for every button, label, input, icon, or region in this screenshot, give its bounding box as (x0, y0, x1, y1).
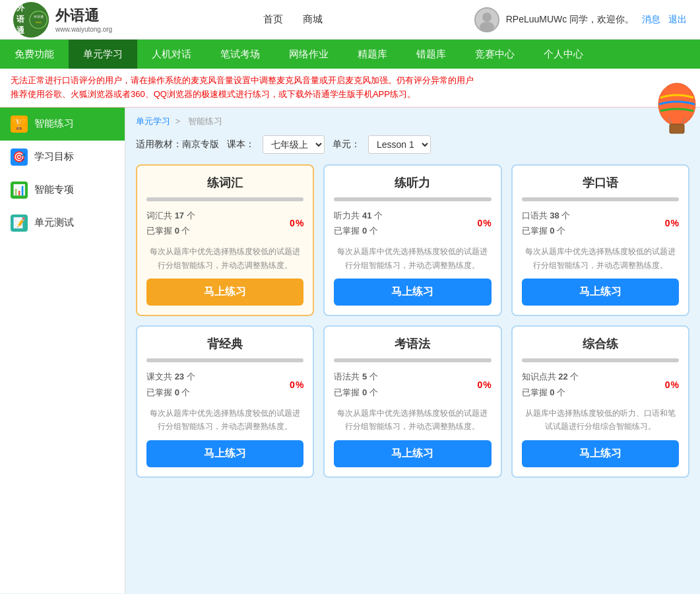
nav-written-exam[interactable]: 笔试考场 (206, 40, 274, 69)
nav-shop[interactable]: 商城 (303, 13, 323, 26)
card-speaking: 学口语 口语共 38 个 已掌握 0 个 0% 每次从题库中优先选择熟练度较低的… (511, 164, 689, 317)
card-comprehensive-title: 综合练 (522, 336, 679, 352)
target-icon: 🎯 (11, 148, 28, 166)
card-classic-stats-left: 课文共 23 个 已掌握 0 个 (146, 369, 195, 400)
nav-online-homework[interactable]: 网络作业 (274, 40, 343, 69)
sidebar-item-study-goals[interactable]: 🎯 学习目标 (0, 141, 125, 174)
card-vocab-btn[interactable]: 马上练习 (146, 279, 303, 306)
card-comprehensive-progress (522, 358, 679, 362)
filter-textbook-label: 适用教材：南京专版 (136, 139, 219, 150)
card-listening-percent: 0% (477, 218, 491, 228)
card-speaking-percent: 0% (665, 218, 679, 228)
card-classic: 背经典 课文共 23 个 已掌握 0 个 0% 每次从题库中优先选择熟练度较低的… (136, 325, 314, 478)
svg-point-5 (482, 13, 492, 22)
card-classic-stats: 课文共 23 个 已掌握 0 个 0% (146, 369, 303, 400)
card-speaking-stats-left: 口语共 38 个 已掌握 0 个 (522, 208, 571, 239)
logout-link[interactable]: 退出 (668, 14, 687, 24)
card-vocab-percent: 0% (290, 218, 303, 228)
sidebar-label-study-goals: 学习目标 (34, 150, 74, 163)
chart-icon: 📊 (11, 182, 28, 199)
logo-sub-text: www.waiyutong.org (55, 26, 112, 33)
card-vocab-stats: 词汇共 17 个 已掌握 0 个 0% (146, 208, 303, 239)
nav-competition[interactable]: 竞赛中心 (461, 40, 529, 69)
cards-grid: 练词汇 词汇共 17 个 已掌握 0 个 0% 每次从题库中优先选择熟练度较低的… (136, 164, 689, 478)
top-bar: 外语通 www 外语通 www.waiyutong.org 首页 商城 RPeL… (0, 0, 700, 40)
user-info: RPeLuuMUWc 同学，欢迎你。 消息 退出 (506, 14, 687, 26)
card-grammar-progress (334, 358, 491, 362)
nav-unit-study[interactable]: 单元学习 (69, 40, 137, 69)
sidebar-label-smart-special: 智能专项 (34, 183, 74, 196)
unit-select[interactable]: Lesson 1 Lesson 2 Lesson 3 Lesson 4 Less… (368, 135, 431, 154)
card-comprehensive-stats: 知识点共 22 个 已掌握 0 个 0% (522, 369, 679, 400)
card-classic-desc: 每次从题库中优先选择熟练度较低的试题进行分组智能练习，并动态调整熟练度。 (146, 407, 303, 434)
card-grammar-btn[interactable]: 马上练习 (334, 440, 491, 467)
card-comprehensive-percent: 0% (665, 380, 679, 390)
card-classic-percent: 0% (290, 380, 303, 390)
card-vocab-progress (146, 197, 303, 201)
card-speaking-title: 学口语 (522, 175, 679, 191)
user-area: RPeLuuMUWc 同学，欢迎你。 消息 退出 (474, 7, 687, 32)
top-navigation: 首页 商城 (263, 13, 323, 26)
logo-icon: 外语通 www (13, 2, 49, 38)
card-grammar-stats-left: 语法共 5 个 已掌握 0 个 (334, 369, 377, 400)
card-grammar: 考语法 语法共 5 个 已掌握 0 个 0% 每次从题库中优先选择熟练度较低的试… (323, 325, 501, 478)
sidebar-label-unit-test: 单元测试 (34, 216, 74, 229)
trophy-icon: 🏆 (11, 116, 28, 133)
sidebar-item-smart-practice[interactable]: 🏆 智能练习 (0, 108, 125, 141)
card-listening: 练听力 听力共 41 个 已掌握 0 个 0% 每次从题库中优先选择熟练度较低的… (323, 164, 501, 317)
logo-main-text: 外语通 (55, 6, 112, 26)
user-greeting: RPeLuuMUWc 同学，欢迎你。 (506, 14, 634, 24)
filter-bar: 适用教材：南京专版 课本： 七年级上 七年级下 八年级上 八年级下 九年级 单元… (136, 135, 689, 154)
nav-human-dialog[interactable]: 人机对话 (137, 40, 206, 69)
card-comprehensive-btn[interactable]: 马上练习 (522, 440, 679, 467)
main-navigation: 免费功能 单元学习 人机对话 笔试考场 网络作业 精题库 错题库 竞赛中心 个人… (0, 40, 700, 69)
content-wrapper: 🏆 智能练习 🎯 学习目标 📊 智能专项 📝 单元测试 单元学习 > 智能练习 … (0, 108, 700, 593)
sidebar-label-smart-practice: 智能练习 (34, 117, 74, 130)
card-vocab: 练词汇 词汇共 17 个 已掌握 0 个 0% 每次从题库中优先选择熟练度较低的… (136, 164, 314, 317)
breadcrumb-current: 智能练习 (188, 116, 222, 126)
svg-point-0 (28, 9, 49, 30)
sidebar-item-smart-special[interactable]: 📊 智能专项 (0, 174, 125, 207)
card-comprehensive: 综合练 知识点共 22 个 已掌握 0 个 0% 从题库中选择熟练度较低的听力、… (511, 325, 689, 478)
card-listening-desc: 每次从题库中优先选择熟练度较低的试题进行分组智能练习，并动态调整熟练度。 (334, 245, 491, 272)
nav-error-bank[interactable]: 错题库 (402, 40, 461, 69)
svg-text:www: www (35, 20, 42, 23)
card-listening-stats: 听力共 41 个 已掌握 0 个 0% (334, 208, 491, 239)
card-classic-btn[interactable]: 马上练习 (146, 440, 303, 467)
svg-text:外语通: 外语通 (33, 14, 43, 18)
card-listening-stats-left: 听力共 41 个 已掌握 0 个 (334, 208, 383, 239)
card-grammar-desc: 每次从题库中优先选择熟练度较低的试题进行分组智能练习，并动态调整熟练度。 (334, 407, 491, 434)
alert-bar: 无法正常进行口语评分的用户，请在操作系统的麦克风音量设置中调整麦克风音量或开启麦… (0, 69, 700, 108)
book-icon: 📝 (11, 214, 28, 232)
card-grammar-title: 考语法 (334, 336, 491, 352)
card-classic-title: 背经典 (146, 336, 303, 352)
sidebar-item-unit-test[interactable]: 📝 单元测试 (0, 207, 125, 240)
nav-free-features[interactable]: 免费功能 (0, 40, 69, 69)
nav-home[interactable]: 首页 (263, 13, 283, 26)
logo-text: 外语通 www.waiyutong.org (55, 6, 112, 33)
main-content: 单元学习 > 智能练习 适用教材：南京专版 课本： 七年级上 七年级下 八年级上… (125, 108, 700, 593)
card-vocab-desc: 每次从题库中优先选择熟练度较低的试题进行分组智能练习，并动态调整熟练度。 (146, 245, 303, 272)
card-vocab-stats-left: 词汇共 17 个 已掌握 0 个 (146, 208, 195, 239)
card-listening-title: 练听力 (334, 175, 491, 191)
card-speaking-progress (522, 197, 679, 201)
breadcrumb-parent[interactable]: 单元学习 (136, 116, 170, 126)
breadcrumb-separator: > (175, 116, 183, 126)
card-speaking-btn[interactable]: 马上练习 (522, 279, 679, 306)
card-grammar-stats: 语法共 5 个 已掌握 0 个 0% (334, 369, 491, 400)
message-link[interactable]: 消息 (642, 14, 660, 24)
card-vocab-title: 练词汇 (146, 175, 303, 191)
card-comprehensive-stats-left: 知识点共 22 个 已掌握 0 个 (522, 369, 579, 400)
card-classic-progress (146, 358, 303, 362)
card-listening-progress (334, 197, 491, 201)
breadcrumb: 单元学习 > 智能练习 (136, 116, 689, 127)
grade-select[interactable]: 七年级上 七年级下 八年级上 八年级下 九年级 (263, 135, 325, 154)
avatar (474, 7, 499, 32)
nav-question-bank[interactable]: 精题库 (343, 40, 402, 69)
nav-personal-center[interactable]: 个人中心 (529, 40, 598, 69)
logo-area: 外语通 www 外语通 www.waiyutong.org (13, 2, 112, 38)
card-comprehensive-desc: 从题库中选择熟练度较低的听力、口语和笔试试题进行分组综合智能练习。 (522, 407, 679, 434)
filter-grade-label: 课本： (227, 139, 255, 150)
card-listening-btn[interactable]: 马上练习 (334, 279, 491, 306)
alert-line1: 无法正常进行口语评分的用户，请在操作系统的麦克风音量设置中调整麦克风音量或开启麦… (11, 74, 689, 88)
